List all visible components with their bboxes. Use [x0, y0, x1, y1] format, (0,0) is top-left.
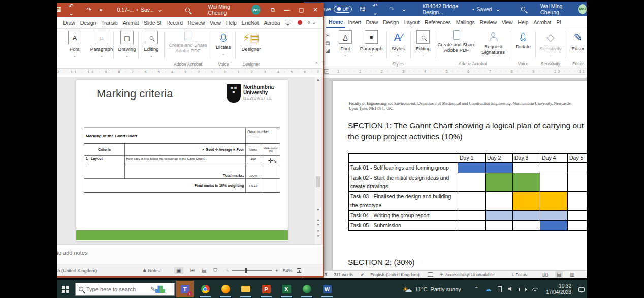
presenter-view-icon[interactable]: ⧉: [266, 3, 280, 17]
editor-button[interactable]: ✎ Editor: [567, 30, 587, 51]
tab-references[interactable]: References: [422, 17, 454, 27]
zoom-in-icon[interactable]: +: [275, 268, 278, 273]
font-button[interactable]: A̲ Font⌄: [334, 30, 357, 58]
ppt-scrollbar[interactable]: ▲ ▼ ⏶⏶ ⏷⏷: [315, 77, 321, 244]
reading-view-icon[interactable]: ▤: [202, 268, 206, 273]
scroll-thumb[interactable]: [316, 176, 320, 187]
normal-view-icon[interactable]: ▣: [174, 267, 183, 274]
taskbar-powerpoint[interactable]: P: [257, 281, 275, 297]
taskbar-firefox[interactable]: [217, 281, 234, 297]
taskbar-clock[interactable]: 10:32 17/04/2023: [546, 283, 571, 295]
drawing-button[interactable]: ▢ Drawing⌄: [116, 31, 138, 58]
word-ruler[interactable]: ⌐ · 1 · · · 1 · · · 2 · · · 3 · · · 4 · …: [304, 68, 587, 75]
tab-acrobat[interactable]: Acroba: [261, 18, 282, 28]
tab-endnote[interactable]: EndNot: [239, 18, 262, 28]
autosave-toggle[interactable]: Off: [334, 6, 352, 13]
fit-slide-icon[interactable]: [297, 268, 301, 273]
styles-button[interactable]: A⁄ Styles⌄: [388, 30, 408, 58]
tab-review[interactable]: Review: [185, 18, 207, 28]
tab-design[interactable]: Design: [78, 18, 99, 28]
title-chevron-icon[interactable]: ⌄: [495, 6, 500, 13]
collapse-ribbon-icon[interactable]: ⌃: [314, 62, 318, 67]
tab-slideshow[interactable]: Slide Sl: [141, 18, 164, 28]
zoom-slider-thumb[interactable]: [245, 268, 247, 273]
quick-access-chevron-icon[interactable]: ⌄: [401, 6, 406, 13]
tab-home[interactable]: Home: [326, 17, 345, 28]
zoom-out-icon[interactable]: −: [226, 268, 229, 273]
search-icon[interactable]: [185, 8, 190, 12]
tab-draw[interactable]: Draw: [60, 18, 78, 28]
tab-design[interactable]: Design: [380, 17, 401, 27]
taskbar-teams[interactable]: T 1: [176, 281, 194, 297]
next-slide-icon[interactable]: ⏷⏷: [315, 229, 321, 238]
zoom-slider[interactable]: [232, 270, 272, 271]
undo-icon[interactable]: ↶ ⌄: [69, 3, 80, 17]
editing-button[interactable]: Editing⌄: [140, 31, 163, 58]
taskbar-weather[interactable]: ☀☁ 11°C Partly sunny: [402, 285, 461, 293]
battery-icon[interactable]: [519, 286, 526, 292]
undo-icon[interactable]: ↶ ⌄: [372, 2, 382, 16]
create-share-pdf-button[interactable]: Create and Share Adobe PDF: [437, 30, 476, 53]
device-icon[interactable]: [498, 286, 502, 292]
clipboard-group[interactable]: ✂▤◪: [322, 31, 333, 54]
tab-insert[interactable]: Insert: [345, 17, 363, 27]
tab-transitions[interactable]: Transiti: [99, 18, 120, 28]
slideshow-icon[interactable]: ⛉: [213, 268, 217, 274]
zoom-level[interactable]: 54%: [283, 268, 292, 273]
web-layout-icon[interactable]: ▥: [570, 272, 574, 277]
wifi-icon[interactable]: [532, 286, 538, 292]
search-input[interactable]: [86, 286, 147, 292]
taskbar-edge[interactable]: [298, 281, 315, 297]
tab-acrobat[interactable]: Acrobat: [531, 17, 554, 27]
tab-animations[interactable]: Animat: [120, 18, 141, 28]
dictate-button[interactable]: Dictate⌄: [213, 31, 234, 56]
dictate-button[interactable]: Dictate: [512, 30, 534, 49]
maximize-button[interactable]: ▢: [294, 3, 308, 17]
font-button[interactable]: A̲ Font⌄: [63, 31, 86, 58]
taskbar-excel[interactable]: X: [278, 281, 295, 297]
create-share-pdf-button[interactable]: Create and Share Adobe PDF: [168, 31, 208, 53]
tab-draw[interactable]: Draw: [363, 17, 380, 27]
share-icon[interactable]: ⬨ ⌄: [308, 19, 316, 25]
notes-pane[interactable]: Click to add notes: [48, 244, 323, 264]
request-signatures-button[interactable]: Request Signatures: [477, 30, 509, 55]
recording-icon[interactable]: [428, 272, 433, 277]
redo-icon[interactable]: ↷: [389, 6, 394, 13]
avatar[interactable]: WC: [578, 4, 587, 14]
proofing-icon[interactable]: ✔: [361, 272, 364, 277]
record-dot-icon[interactable]: [298, 20, 302, 26]
more-commands-icon[interactable]: »: [99, 6, 103, 13]
language-indicator[interactable]: English (United Kingdom): [370, 272, 419, 277]
print-layout-icon[interactable]: ▤: [555, 271, 563, 278]
search-icon[interactable]: [521, 7, 525, 11]
tab-help[interactable]: Help: [223, 18, 239, 28]
onedrive-icon[interactable]: ☁: [485, 285, 492, 293]
saved-label[interactable]: Sav...: [141, 7, 154, 13]
action-center-icon[interactable]: [578, 285, 585, 294]
tab-layout[interactable]: Layout: [402, 17, 422, 27]
minimize-button[interactable]: —: [280, 3, 294, 17]
accessibility-status[interactable]: Accessibility: Unavailable: [445, 272, 494, 277]
saved-label[interactable]: Saved: [477, 6, 492, 12]
title-chevron-icon[interactable]: ⌄: [157, 6, 163, 13]
tab-review[interactable]: Review: [477, 17, 499, 27]
designer-button[interactable]: ⚡▤ Designer: [237, 31, 265, 52]
slide[interactable]: Marking criteria ▦ ▦▣ Northumbria Univer…: [76, 80, 288, 241]
tab-selector-icon[interactable]: ⌐: [324, 69, 329, 74]
avatar[interactable]: WC: [251, 5, 261, 15]
read-mode-icon[interactable]: ▯▯: [542, 272, 548, 277]
tab-help[interactable]: Help: [516, 17, 531, 27]
taskbar-explorer[interactable]: [237, 281, 254, 297]
close-button[interactable]: ✕: [308, 3, 323, 17]
scroll-up-icon[interactable]: ▲: [315, 78, 321, 81]
word-count[interactable]: 311 words: [334, 272, 353, 277]
editing-button[interactable]: Editing⌄: [412, 30, 434, 58]
taskbar-search[interactable]: ✎▟▙: [75, 283, 175, 296]
speaker-icon[interactable]: [508, 286, 513, 292]
comment-icon[interactable]: [285, 19, 291, 25]
tab-picture-format[interactable]: Pi: [554, 17, 563, 27]
tray-chevron-icon[interactable]: ⌃: [474, 286, 479, 292]
taskbar-chrome[interactable]: [197, 281, 214, 297]
tab-view[interactable]: View: [207, 18, 223, 28]
start-button[interactable]: [62, 286, 69, 293]
